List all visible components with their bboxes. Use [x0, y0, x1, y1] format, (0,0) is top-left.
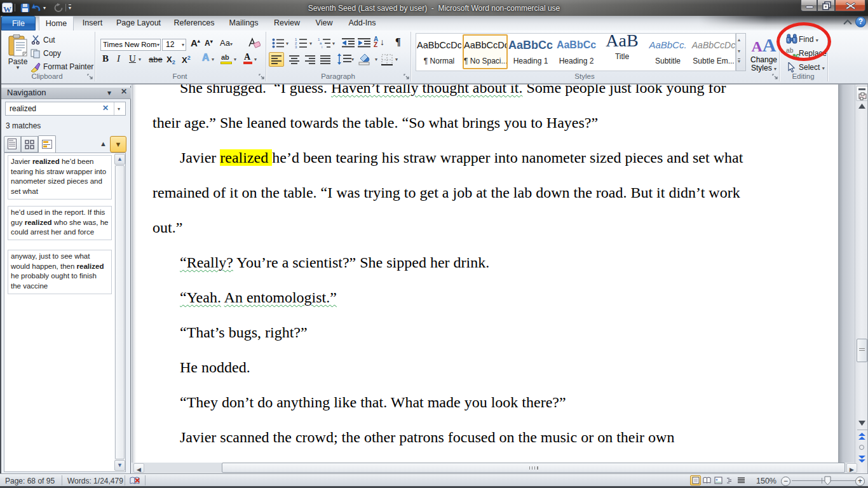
- svg-text:i: i: [322, 45, 322, 48]
- svg-text:3: 3: [295, 45, 297, 48]
